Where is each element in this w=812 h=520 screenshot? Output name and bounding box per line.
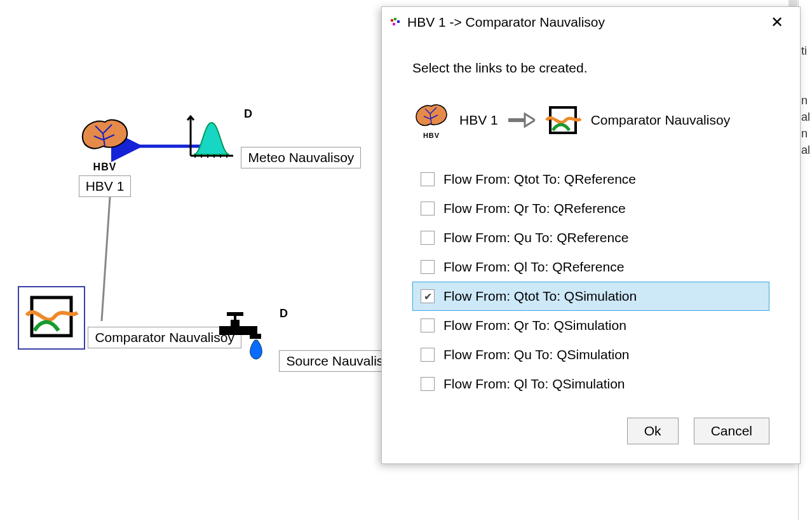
sliver-fragment: n bbox=[801, 127, 808, 140]
checkbox[interactable] bbox=[421, 260, 435, 274]
svg-rect-15 bbox=[227, 312, 243, 316]
link-option-label: Flow From: Qr To: QSimulation bbox=[443, 318, 626, 333]
sliver-fragment: al bbox=[801, 144, 810, 157]
comparator-icon bbox=[23, 291, 80, 342]
link-option[interactable]: Flow From: Ql To: QSimulation bbox=[412, 369, 769, 399]
hbv-icon-caption: HBV bbox=[412, 132, 450, 139]
arrow-right-icon bbox=[507, 113, 535, 128]
link-option-label: Flow From: Qr To: QReference bbox=[443, 201, 626, 216]
checkbox[interactable] bbox=[421, 289, 435, 303]
link-option[interactable]: Flow From: Ql To: QReference bbox=[412, 252, 769, 282]
distribution-chart-icon bbox=[181, 111, 238, 162]
hbv-label: HBV 1 bbox=[79, 175, 132, 197]
link-option[interactable]: Flow From: Qr To: QSimulation bbox=[412, 311, 769, 340]
hbv-leaf-icon bbox=[76, 114, 133, 159]
meteo-label: Meteo Nauvalisoy bbox=[241, 147, 361, 168]
sliver-fragment: al bbox=[801, 111, 810, 124]
svg-rect-10 bbox=[32, 298, 71, 336]
node-comparator[interactable]: Comparator Nauvalisoy bbox=[18, 286, 241, 350]
link-option-label: Flow From: Qu To: QSimulation bbox=[443, 347, 630, 362]
link-option[interactable]: Flow From: Qu To: QSimulation bbox=[412, 340, 769, 369]
selection-highlight bbox=[18, 286, 85, 350]
checkbox[interactable] bbox=[421, 202, 435, 216]
dialog-link-graphic: HBV HBV 1 Comparator Nauvalisoy bbox=[412, 101, 769, 139]
svg-rect-18 bbox=[397, 20, 400, 23]
svg-rect-17 bbox=[394, 18, 396, 20]
checkbox[interactable] bbox=[421, 231, 435, 245]
link-option-label: Flow From: Qtot To: QSimulation bbox=[443, 289, 637, 304]
link-dialog: HBV 1 -> Comparator Nauvalisoy ✕ Select … bbox=[381, 6, 801, 464]
node-source[interactable]: D Source Nauvalisoy bbox=[213, 308, 405, 372]
node-meteo[interactable]: D Meteo Nauvalisoy bbox=[181, 111, 361, 168]
link-option-label: Flow From: Qtot To: QReference bbox=[443, 172, 636, 187]
hbv-icon-caption: HBV bbox=[76, 161, 133, 173]
sliver-fragment: n bbox=[801, 94, 808, 107]
svg-marker-21 bbox=[525, 114, 535, 127]
link-option[interactable]: Flow From: Qtot To: QReference bbox=[412, 165, 769, 194]
checkbox[interactable] bbox=[421, 318, 435, 332]
link-option[interactable]: Flow From: Qr To: QReference bbox=[412, 194, 769, 223]
comparator-icon bbox=[544, 104, 582, 137]
dialog-title: HBV 1 -> Comparator Nauvalisoy bbox=[407, 15, 605, 30]
cancel-button[interactable]: Cancel bbox=[694, 418, 769, 444]
node-hbv[interactable]: HBV HBV 1 bbox=[76, 114, 133, 197]
sliver-fragment: ti bbox=[801, 44, 807, 58]
checkbox[interactable] bbox=[421, 377, 435, 391]
link-option[interactable]: Flow From: Qtot To: QSimulation bbox=[412, 282, 769, 311]
close-icon[interactable]: ✕ bbox=[763, 13, 791, 31]
checkbox[interactable] bbox=[421, 172, 435, 186]
link-option-label: Flow From: Ql To: QSimulation bbox=[443, 376, 625, 392]
faucet-icon bbox=[213, 308, 276, 366]
dialog-titlebar[interactable]: HBV 1 -> Comparator Nauvalisoy ✕ bbox=[382, 7, 800, 38]
app-icon bbox=[391, 18, 402, 27]
svg-rect-12 bbox=[219, 326, 257, 335]
svg-rect-19 bbox=[393, 23, 395, 25]
checkbox[interactable] bbox=[421, 348, 435, 362]
link-option-label: Flow From: Ql To: QReference bbox=[443, 259, 624, 275]
dialog-target-name: Comparator Nauvalisoy bbox=[591, 113, 730, 128]
svg-rect-13 bbox=[250, 334, 261, 339]
link-option[interactable]: Flow From: Qu To: QReference bbox=[412, 223, 769, 252]
svg-rect-16 bbox=[391, 19, 393, 22]
meteo-corner-label: D bbox=[244, 107, 252, 121]
dialog-prompt: Select the links to be created. bbox=[412, 60, 769, 76]
hbv-leaf-icon bbox=[412, 101, 450, 129]
link-options-list: Flow From: Qtot To: QReferenceFlow From:… bbox=[412, 165, 769, 399]
link-option-label: Flow From: Qu To: QReference bbox=[443, 230, 628, 245]
dialog-source-name: HBV 1 bbox=[459, 113, 498, 128]
source-corner-label: D bbox=[280, 307, 288, 320]
ok-button[interactable]: Ok bbox=[627, 418, 679, 444]
